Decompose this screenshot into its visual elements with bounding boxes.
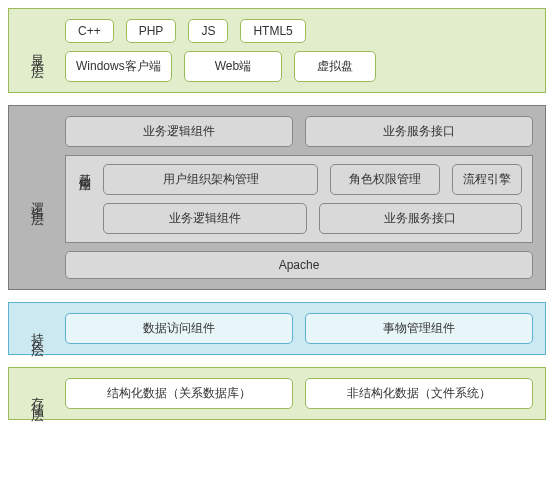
logic-layer-label: 逻辑层 xyxy=(23,116,51,279)
logic-sub-body: 用户组织架构管理 角色权限管理 流程引擎 业务逻辑组件 业务服务接口 xyxy=(103,164,522,234)
box-cpp: C++ xyxy=(65,19,114,43)
box-biz-logic-component-sub: 业务逻辑组件 xyxy=(103,203,307,234)
box-html5: HTML5 xyxy=(240,19,305,43)
display-layer: 显示层 C++ PHP JS HTML5 Windows客户端 Web端 虚拟盘 xyxy=(8,8,546,93)
storage-layer-body: 结构化数据（关系数据库） 非结构化数据（文件系统） xyxy=(51,378,533,409)
box-apache: Apache xyxy=(65,251,533,279)
box-biz-service-interface-sub: 业务服务接口 xyxy=(319,203,523,234)
persist-layer-body: 数据访问组件 事物管理组件 xyxy=(51,313,533,344)
display-row-langs: C++ PHP JS HTML5 xyxy=(65,19,533,43)
logic-sub-row2: 业务逻辑组件 业务服务接口 xyxy=(103,203,522,234)
box-unstructured-data: 非结构化数据（文件系统） xyxy=(305,378,533,409)
box-biz-logic-component-top: 业务逻辑组件 xyxy=(65,116,293,147)
persist-row: 数据访问组件 事物管理组件 xyxy=(65,313,533,344)
box-php: PHP xyxy=(126,19,177,43)
logic-layer-body: 业务逻辑组件 业务服务接口 基础应用 用户组织架构管理 角色权限管理 流程引擎 … xyxy=(51,116,533,279)
box-role-perm-mgmt: 角色权限管理 xyxy=(330,164,440,195)
box-user-org-mgmt: 用户组织架构管理 xyxy=(103,164,318,195)
box-transaction-mgmt-component: 事物管理组件 xyxy=(305,313,533,344)
storage-row: 结构化数据（关系数据库） 非结构化数据（文件系统） xyxy=(65,378,533,409)
logic-sub-row1: 用户组织架构管理 角色权限管理 流程引擎 xyxy=(103,164,522,195)
box-biz-service-interface-top: 业务服务接口 xyxy=(305,116,533,147)
box-web-client: Web端 xyxy=(184,51,282,82)
logic-top-row: 业务逻辑组件 业务服务接口 xyxy=(65,116,533,147)
box-windows-client: Windows客户端 xyxy=(65,51,172,82)
persist-layer-label: 持久层 xyxy=(23,313,51,344)
storage-layer: 存储层 结构化数据（关系数据库） 非结构化数据（文件系统） xyxy=(8,367,546,420)
logic-layer: 逻辑层 业务逻辑组件 业务服务接口 基础应用 用户组织架构管理 角色权限管理 流… xyxy=(8,105,546,290)
display-layer-label: 显示层 xyxy=(23,19,51,82)
box-data-access-component: 数据访问组件 xyxy=(65,313,293,344)
logic-bottom-row: Apache xyxy=(65,251,533,279)
box-structured-data: 结构化数据（关系数据库） xyxy=(65,378,293,409)
storage-layer-label: 存储层 xyxy=(23,378,51,409)
persist-layer: 持久层 数据访问组件 事物管理组件 xyxy=(8,302,546,355)
logic-sub-basic-app: 基础应用 用户组织架构管理 角色权限管理 流程引擎 业务逻辑组件 业务服务接口 xyxy=(65,155,533,243)
box-workflow-engine: 流程引擎 xyxy=(452,164,522,195)
box-js: JS xyxy=(188,19,228,43)
display-row-clients: Windows客户端 Web端 虚拟盘 xyxy=(65,51,533,82)
display-layer-body: C++ PHP JS HTML5 Windows客户端 Web端 虚拟盘 xyxy=(51,19,533,82)
logic-sub-label: 基础应用 xyxy=(76,164,93,234)
box-virtual-disk: 虚拟盘 xyxy=(294,51,376,82)
